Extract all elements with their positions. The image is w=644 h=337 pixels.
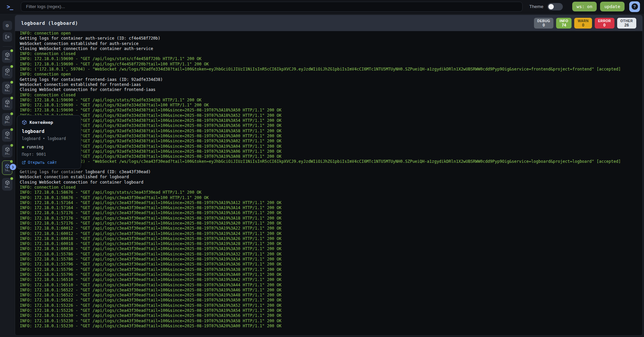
panel-title: logboard (logboard) <box>21 20 78 26</box>
log-line: INFO: 172.18.0.1:60018 - "GET /api/logs/… <box>20 246 642 251</box>
log-line: INFO: 172.18.0.1:55796 - "GET /api/logs/… <box>20 272 642 277</box>
websocket-toggle-button[interactable]: ws: on <box>572 2 597 11</box>
log-line: INFO: 172.18.0.1:55796 - "GET /api/logs/… <box>20 267 642 272</box>
running-status-dot <box>22 146 24 148</box>
log-line: INFO: 172.18.0.1:57176 - "GET /api/logs/… <box>20 210 642 215</box>
container-label: lo… <box>5 169 9 172</box>
tooltip-subtitle: logboard • logboard <box>22 136 76 141</box>
log-line: INFO: 172.18.0.1:59690 - "GET /api/logs/… <box>20 154 642 159</box>
level-badge-count: 74 <box>559 23 568 28</box>
sidebar-container-item-8[interactable]: us… <box>2 178 12 191</box>
log-line: INFO: 172.18.0.1:59690 - "GET /api/logs/… <box>20 62 642 67</box>
log-line: Closing WebSocket connection for contain… <box>20 87 642 92</box>
log-line: INFO: connection closed <box>20 93 642 98</box>
level-badge-count: 26 <box>621 23 633 28</box>
settings-button[interactable]: ⚙ <box>3 21 12 30</box>
theme-label: Theme <box>529 4 543 9</box>
log-line: Getting logs for container frontend-iaas… <box>20 77 642 82</box>
running-status-dot <box>10 177 13 180</box>
sidebar-container-item-6[interactable]: zo… <box>2 145 12 157</box>
open-site-link[interactable]: Открыть сайт <box>22 160 76 165</box>
container-cube-icon <box>5 180 10 185</box>
level-badge-label: OTHER <box>621 19 633 23</box>
container-label: zo… <box>5 152 9 155</box>
log-line: INFO: connection open <box>20 164 642 170</box>
running-status-dot <box>10 144 13 147</box>
log-line: Closing WebSocket connection for contain… <box>20 180 642 185</box>
tooltip-port: Порт: 9001 <box>22 152 76 157</box>
log-line: Closing WebSocket connection for contain… <box>20 46 642 51</box>
container-label: re… <box>5 136 9 139</box>
log-line: INFO: 172.18.0.1:57176 - "GET /api/logs/… <box>20 221 642 226</box>
log-line: INFO: 172.18.0.1:59690 - "GET /api/logs/… <box>20 98 642 103</box>
terminal-logo-icon: >_ <box>4 3 15 10</box>
container-cube-icon <box>5 147 10 152</box>
log-line: INFO: connection closed <box>20 185 642 190</box>
log-line: WebSocket connection established for log… <box>20 175 642 180</box>
log-lines: INFO: connection open Getting logs for c… <box>20 31 642 329</box>
container-label: ka… <box>5 105 9 108</box>
log-line: INFO: 172.18.0.1:55786 - "GET /api/logs/… <box>20 257 642 262</box>
sidebar-container-item-0[interactable]: au… <box>2 50 12 63</box>
update-button[interactable]: update <box>600 2 625 11</box>
log-line: WebSocket connection established for fro… <box>20 82 642 87</box>
container-cube-icon <box>5 131 10 136</box>
question-icon: ? <box>632 3 638 10</box>
log-line: INFO: 172.18.0.1:59690 - "GET /api/logs/… <box>20 118 642 123</box>
log-line: INFO: 172.18.0.1:55786 - "GET /api/logs/… <box>20 252 642 257</box>
help-button[interactable]: ? <box>629 1 640 12</box>
level-badge-error[interactable]: ERROR 0 <box>595 18 614 29</box>
log-line: INFO: ('172.18.0.1', 59704) - "WebSocket… <box>20 67 642 72</box>
log-line: INFO: connection open <box>20 31 642 36</box>
running-status-dot <box>10 65 13 68</box>
chevron-right-icon: ❯ <box>12 165 14 169</box>
log-line: INFO: 172.18.0.1:57164 - "GET /api/logs/… <box>20 200 642 205</box>
log-line: INFO: 172.18.0.1:55230 - "GET /api/logs/… <box>20 313 642 318</box>
log-level-badges: DEBUG 0 INFO 74 WARN 0 ERROR 0 <box>534 18 636 29</box>
log-line: INFO: ('172.18.0.1', 58682) - "WebSocket… <box>20 159 642 164</box>
log-line: INFO: 172.18.0.1:55230 - "GET /api/logs/… <box>20 319 642 324</box>
level-badge-label: INFO <box>559 19 568 23</box>
container-cube-icon <box>5 100 10 104</box>
container-tooltip: Контейнер logboard logboard • logboard r… <box>17 115 81 169</box>
log-line: INFO: 172.18.0.1:55226 - "GET /api/logs/… <box>20 303 642 308</box>
log-line: Getting logs for container logboard (ID:… <box>20 170 642 175</box>
log-scroll-area[interactable]: INFO: connection open Getting logs for c… <box>15 31 642 335</box>
running-status-dot <box>10 97 13 99</box>
log-panel-header: logboard (logboard) DEBUG 0 INFO 74 WARN… <box>15 15 642 31</box>
level-badge-label: WARN <box>578 19 589 23</box>
log-line: INFO: 172.18.0.1:60012 - "GET /api/logs/… <box>20 226 642 231</box>
theme-toggle[interactable] <box>547 3 563 10</box>
level-badge-debug[interactable]: DEBUG 0 <box>534 18 554 29</box>
sidebar-container-item-3[interactable]: ka… <box>2 97 12 110</box>
level-badge-count: 0 <box>578 23 589 28</box>
level-badge-warn[interactable]: WARN 0 <box>574 18 592 29</box>
logout-icon <box>5 35 10 39</box>
running-status-dot <box>10 128 13 131</box>
sidebar-container-item-4[interactable]: po… <box>2 113 12 126</box>
tooltip-title: Контейнер <box>30 120 53 125</box>
sidebar-container-item-2[interactable]: ka… <box>2 82 12 94</box>
filter-logs-input[interactable] <box>21 2 523 12</box>
log-line: INFO: 172.18.0.1:58676 - "GET /api/logs/… <box>20 195 642 200</box>
container-cube-icon <box>5 115 10 120</box>
level-badge-other[interactable]: OTHER 26 <box>617 18 637 29</box>
level-badge-info[interactable]: INFO 74 <box>556 18 572 29</box>
log-line: Getting logs for container auth-service … <box>20 36 642 41</box>
container-cube-icon <box>5 52 10 57</box>
log-line: INFO: 172.18.0.1:56522 - "GET /api/logs/… <box>20 288 642 293</box>
logout-button[interactable] <box>3 32 12 42</box>
sidebar-divider <box>3 46 12 47</box>
sidebar-container-item-5[interactable]: re… <box>2 129 12 142</box>
level-badge-label: ERROR <box>598 19 611 23</box>
log-line: INFO: 172.18.0.1:60012 - "GET /api/logs/… <box>20 231 642 236</box>
gear-icon: ⚙ <box>6 22 9 29</box>
running-status-dot <box>10 112 13 115</box>
container-cube-icon <box>5 84 10 89</box>
level-badge-count: 0 <box>598 23 611 28</box>
sidebar-container-item-1[interactable]: fr… <box>2 66 12 79</box>
log-line: INFO: 172.18.0.1:56510 - "GET /api/logs/… <box>20 283 642 288</box>
sidebar-expand-button[interactable]: ❯ <box>9 163 17 171</box>
log-line: INFO: 172.18.0.1:59690 - "GET /api/logs/… <box>20 113 642 118</box>
log-line: INFO: 172.18.0.1:59690 - "GET /api/logs/… <box>20 123 642 128</box>
